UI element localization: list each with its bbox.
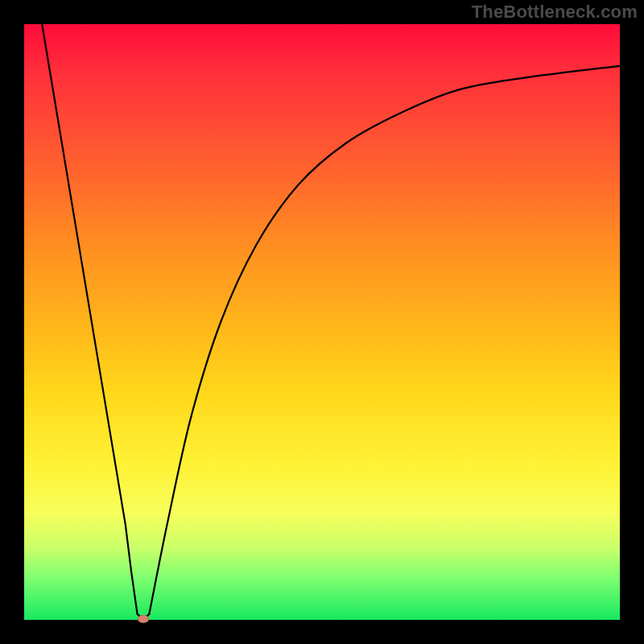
curve-left-branch: [42, 24, 137, 614]
watermark-text: TheBottleneck.com: [472, 2, 638, 23]
optimal-point-marker: [138, 615, 149, 623]
curve-right-branch: [149, 66, 620, 614]
bottleneck-curve: [24, 24, 620, 620]
plot-area: [24, 24, 620, 620]
chart-frame: TheBottleneck.com: [0, 0, 644, 644]
